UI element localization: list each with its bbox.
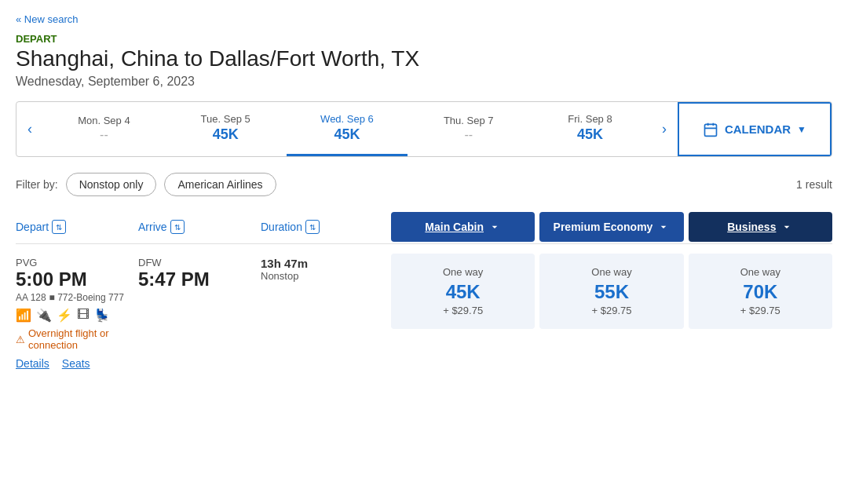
date-item-2[interactable]: Wed. Sep 6 45K [287, 102, 408, 156]
main-cabin-one-way: One way [397, 266, 528, 278]
main-cabin-button[interactable]: Main Cabin [391, 212, 535, 242]
stops-value: Nonstop [261, 270, 386, 282]
duration-col: 13h 47m Nonstop [261, 254, 386, 285]
date-item-3[interactable]: Thu. Sep 7 -- [408, 104, 529, 155]
calendar-button[interactable]: CALENDAR ▼ [678, 102, 832, 156]
route-title: Shanghai, China to Dallas/Fort Worth, TX [16, 46, 832, 71]
airline-filter-chip[interactable]: American Airlines [164, 173, 276, 196]
premium-economy-label: Premium Economy [554, 221, 653, 233]
arrive-col-label: Arrive [138, 221, 167, 233]
date-points-2: 45K [293, 126, 402, 143]
date-item-0[interactable]: Mon. Sep 4 -- [43, 104, 165, 155]
usb-icon: ⚡ [57, 308, 72, 323]
warning-triangle-icon: ⚠ [16, 334, 25, 345]
depart-airport: PVG [16, 257, 133, 268]
wifi-icon: 📶 [16, 308, 31, 323]
date-points-4: 45K [535, 126, 645, 143]
business-one-way: One way [695, 266, 826, 278]
date-nav-main: ‹ Mon. Sep 4 -- Tue. Sep 5 45K Wed. Sep … [16, 102, 678, 156]
business-button[interactable]: Business [689, 212, 832, 242]
arrive-sort[interactable]: Arrive ⇅ [138, 212, 256, 242]
main-cabin-price[interactable]: One way 45K + $29.75 [391, 254, 535, 329]
date-label-0: Mon. Sep 4 [49, 115, 159, 126]
premium-economy-one-way: One way [546, 266, 677, 278]
seat-icon: 💺 [94, 308, 110, 323]
premium-economy-price[interactable]: One way 55K + $29.75 [539, 254, 683, 329]
overnight-warning: ⚠ Overnight flight or connection [16, 327, 133, 351]
aircraft-separator: ■ [49, 292, 58, 303]
details-link[interactable]: Details [16, 357, 49, 370]
date-label-1: Tue. Sep 5 [171, 113, 280, 125]
arrive-sort-icon: ⇅ [170, 220, 185, 234]
prev-date-button[interactable]: ‹ [16, 102, 43, 156]
new-search-link[interactable]: « New search [16, 13, 78, 25]
business-sort-icon [780, 221, 793, 233]
duration-col-label: Duration [261, 221, 302, 233]
date-item-1[interactable]: Tue. Sep 5 45K [165, 102, 287, 156]
date-subtitle: Wednesday, September 6, 2023 [16, 75, 832, 89]
date-item-4[interactable]: Fri. Sep 8 45K [529, 102, 651, 156]
calendar-label: CALENDAR [725, 122, 791, 136]
filter-label: Filter by: [16, 178, 58, 191]
seats-link[interactable]: Seats [62, 357, 90, 370]
date-label-4: Fri. Sep 8 [535, 113, 645, 125]
aircraft-type: 772-Boeing 777 [57, 292, 124, 303]
duration-value: 13h 47m [261, 257, 386, 270]
date-nav-bar: ‹ Mon. Sep 4 -- Tue. Sep 5 45K Wed. Sep … [16, 101, 832, 157]
business-price[interactable]: One way 70K + $29.75 [689, 254, 832, 329]
depart-label: DEPART [16, 33, 832, 45]
entertainment-icon: 🎞 [77, 308, 90, 323]
date-label-3: Thu. Sep 7 [414, 115, 523, 126]
next-date-button[interactable]: › [651, 102, 678, 156]
arrive-time: 5:47 PM [138, 268, 256, 290]
overnight-text: Overnight flight or connection [28, 327, 133, 351]
nonstop-filter-chip[interactable]: Nonstop only [66, 173, 157, 196]
main-cabin-label: Main Cabin [425, 221, 484, 233]
detail-links: Details Seats [16, 357, 133, 370]
power-icon: 🔌 [36, 308, 52, 323]
premium-economy-button[interactable]: Premium Economy [539, 212, 683, 242]
arrive-col: DFW 5:47 PM [138, 254, 256, 294]
results-header: Depart ⇅ Arrive ⇅ Duration ⇅ Main Cabin … [16, 212, 832, 242]
svg-rect-0 [704, 124, 716, 136]
business-label: Business [727, 221, 776, 233]
amenity-icons: 📶 🔌 ⚡ 🎞 💺 [16, 308, 133, 323]
main-cabin-cash: + $29.75 [397, 305, 528, 316]
filter-bar: Filter by: Nonstop only American Airline… [16, 173, 832, 196]
business-cash: + $29.75 [695, 305, 826, 316]
calendar-chevron-icon: ▼ [797, 124, 806, 135]
results-count: 1 result [796, 178, 832, 191]
premium-economy-points: 55K [546, 281, 677, 303]
depart-sort[interactable]: Depart ⇅ [16, 212, 133, 242]
flight-number: AA 128 [16, 292, 46, 303]
calendar-icon [703, 122, 718, 137]
main-cabin-points: 45K [397, 281, 528, 303]
depart-sort-icon: ⇅ [52, 220, 66, 234]
depart-col: PVG 5:00 PM AA 128 ■ 772-Boeing 777 📶 🔌 … [16, 254, 133, 373]
business-points: 70K [695, 281, 826, 303]
date-points-1: 45K [171, 126, 280, 143]
filter-left: Filter by: Nonstop only American Airline… [16, 173, 276, 196]
date-points-3: -- [414, 128, 523, 142]
depart-time: 5:00 PM [16, 268, 133, 290]
main-cabin-sort-icon [488, 221, 501, 233]
premium-economy-cash: + $29.75 [546, 305, 677, 316]
duration-sort-icon: ⇅ [305, 220, 320, 234]
duration-sort[interactable]: Duration ⇅ [261, 212, 386, 242]
date-points-0: -- [49, 128, 159, 142]
premium-economy-sort-icon [657, 221, 670, 233]
date-label-2: Wed. Sep 6 [293, 113, 402, 125]
flight-result-row: PVG 5:00 PM AA 128 ■ 772-Boeing 777 📶 🔌 … [16, 243, 832, 373]
arrive-airport: DFW [138, 257, 256, 268]
depart-col-label: Depart [16, 221, 49, 233]
